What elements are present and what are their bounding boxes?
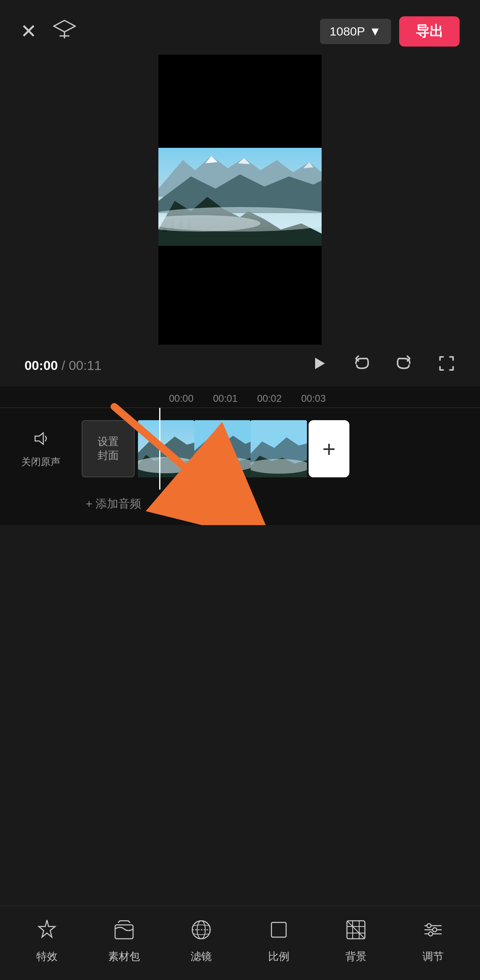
svg-marker-0: [54, 20, 75, 32]
time-display: 00:00 / 00:11: [24, 358, 102, 373]
current-time: 00:00: [24, 358, 58, 373]
export-button[interactable]: 导出: [399, 16, 460, 47]
svg-point-29: [251, 459, 307, 474]
filters-icon: [190, 918, 213, 944]
svg-line-43: [347, 921, 365, 939]
video-mountain-scene: [158, 148, 322, 246]
video-clip-1[interactable]: [138, 420, 194, 477]
top-bar-right: 1080P ▼ 导出: [320, 16, 460, 47]
timeline-playhead: [159, 408, 160, 490]
track-clips: 设置 封面: [82, 420, 349, 477]
background-icon: [344, 918, 367, 944]
filters-label: 滤镜: [191, 949, 212, 964]
video-black-top: [158, 55, 322, 148]
svg-marker-17: [35, 433, 43, 444]
toolbar-background[interactable]: 背景: [331, 918, 380, 964]
total-time: 00:11: [69, 358, 102, 373]
ruler-mark-3: 00:03: [291, 393, 336, 404]
video-black-bottom: [158, 246, 322, 345]
ratio-icon: [267, 918, 290, 944]
add-audio-label: + 添加音频: [86, 496, 141, 512]
add-audio-row[interactable]: + 添加音频: [0, 490, 480, 518]
timeline-ruler: 00:00 00:01 00:02 00:03: [0, 386, 480, 408]
svg-point-21: [138, 457, 194, 473]
svg-marker-32: [39, 920, 55, 937]
undo-button[interactable]: [353, 354, 371, 376]
ruler-mark-0: 00:00: [159, 393, 203, 404]
ratio-label: 比例: [268, 949, 289, 964]
volume-icon[interactable]: [32, 430, 50, 451]
svg-point-49: [429, 932, 433, 936]
toolbar-ratio[interactable]: 比例: [254, 918, 303, 964]
svg-point-47: [433, 928, 437, 932]
adjust-label: 调节: [422, 949, 444, 964]
svg-point-45: [427, 924, 431, 928]
toolbar-materials[interactable]: 素材包: [100, 918, 149, 964]
close-button[interactable]: ✕: [20, 22, 37, 41]
svg-point-25: [194, 457, 251, 472]
track-controls: 关闭原声: [0, 430, 82, 468]
top-bar-left: ✕: [20, 19, 76, 44]
resolution-label: 1080P: [330, 24, 365, 38]
ruler-mark-1: 00:01: [203, 393, 247, 404]
redo-button[interactable]: [395, 354, 413, 376]
materials-label: 素材包: [108, 949, 140, 964]
toolbar-adjust[interactable]: 调节: [409, 918, 458, 964]
effects-icon: [36, 918, 58, 944]
cover-clip[interactable]: 设置 封面: [82, 420, 135, 477]
timeline-content: 关闭原声 设置 封面: [0, 408, 480, 490]
learn-button[interactable]: [53, 19, 76, 44]
background-label: 背景: [345, 949, 367, 964]
svg-marker-16: [315, 358, 325, 369]
playback-controls: [310, 354, 456, 376]
adjust-icon: [422, 918, 444, 944]
video-clip-2[interactable]: [194, 420, 251, 477]
play-button[interactable]: [310, 354, 328, 376]
bottom-toolbar: 特效 素材包 滤镜 比例: [0, 906, 480, 980]
track-label: 关闭原声: [21, 455, 60, 468]
materials-icon: [113, 918, 136, 944]
effects-label: 特效: [36, 949, 58, 964]
ruler-mark-2: 00:02: [247, 393, 291, 404]
video-clip-3[interactable]: [251, 420, 307, 477]
resolution-button[interactable]: 1080P ▼: [320, 19, 391, 44]
add-clip-icon: +: [322, 436, 336, 462]
svg-rect-37: [271, 922, 286, 937]
resolution-arrow: ▼: [369, 24, 381, 38]
toolbar-filters[interactable]: 滤镜: [177, 918, 226, 964]
video-preview: [158, 55, 322, 345]
top-bar: ✕ 1080P ▼ 导出: [0, 0, 480, 55]
add-clip-button[interactable]: +: [309, 420, 349, 477]
time-separator: /: [62, 358, 69, 373]
fullscreen-button[interactable]: [438, 354, 456, 376]
controls-bar: 00:00 / 00:11: [0, 345, 480, 386]
cover-label: 设置 封面: [98, 435, 119, 463]
toolbar-effects[interactable]: 特效: [22, 918, 71, 964]
svg-rect-33: [115, 925, 133, 939]
timeline-area: 00:00 00:01 00:02 00:03 关闭原声 设置 封面: [0, 386, 480, 525]
